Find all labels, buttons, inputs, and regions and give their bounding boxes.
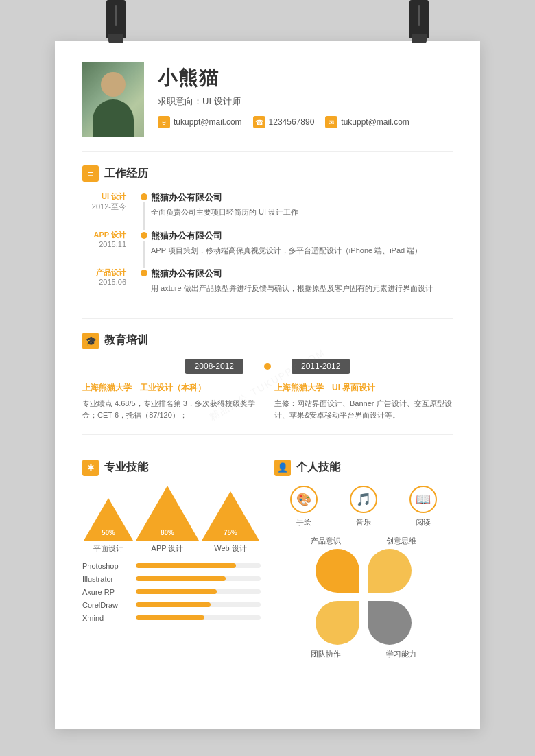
- skill-label-1: Photoshop: [82, 562, 130, 570]
- clip-left: [106, 0, 126, 38]
- triangle-row: 50% 平面设计 80% APP 设计 75: [82, 486, 261, 554]
- edu-school-row-1: 上海熊猫大学 工业设计（本科）: [82, 382, 261, 394]
- skill-label-2: Illustrator: [82, 575, 130, 583]
- triangle-label-1: 50%: [102, 529, 115, 536]
- skill-label-4: CorelDraw: [82, 601, 130, 609]
- work-date-3: 2015.06: [82, 278, 126, 286]
- timeline-left-2: APP 设计 2015.11: [82, 230, 137, 268]
- skill-bar-bg-1: [136, 563, 261, 568]
- personal-label-1: 手绘: [296, 517, 311, 528]
- petal-top-labels: 产品意识 创意思维: [295, 536, 432, 546]
- edu-major-2: UI 界面设计: [332, 382, 375, 394]
- edu-school-row-2: 上海熊猫大学 UI 界面设计: [274, 382, 453, 394]
- skills-icon: ✱: [82, 460, 99, 476]
- triangle-label-2: 80%: [160, 529, 174, 536]
- timeline-center-1: [137, 191, 151, 230]
- timeline-dot-3: [141, 270, 147, 276]
- triangle-wrap-3: 75%: [202, 491, 259, 541]
- edu-cols: 上海熊猫大学 工业设计（本科） 专业绩点 4.68/5，专业排名第 3，多次获得…: [82, 382, 453, 422]
- page-wrapper: 精品办公 TUKUPPT.COM 小熊猫 求职意向：UI 设计师 e tukup…: [0, 0, 535, 756]
- work-company-3: 熊猫办公有限公司: [151, 268, 453, 280]
- work-company-1: 熊猫办公有限公司: [151, 191, 453, 204]
- petal-topleft: [316, 549, 359, 593]
- header: 小熊猫 求职意向：UI 设计师 e tukuppt@mail.com ☎ 123…: [82, 62, 453, 137]
- skill-bar-bg-2: [136, 576, 261, 581]
- triangle-name-1: 平面设计: [93, 543, 123, 554]
- header-divider: [82, 151, 453, 152]
- timeline-line-1: [143, 202, 145, 230]
- edu-timeline-row: 2008-2012 2011-2012: [82, 359, 453, 374]
- petal-label-bl2: 团队协作: [295, 649, 357, 659]
- timeline-center-2: [137, 230, 151, 268]
- skill-bar-bg-3: [136, 589, 261, 594]
- edu-col-1: 上海熊猫大学 工业设计（本科） 专业绩点 4.68/5，专业排名第 3，多次获得…: [82, 382, 261, 422]
- work-icon: ≡: [82, 165, 99, 182]
- skill-bar-row-2: Illustrator: [82, 575, 261, 583]
- triangle-item-3: 75% Web 设计: [202, 491, 259, 554]
- triangle-name-2: APP 设计: [152, 543, 184, 554]
- personal-icon: 👤: [274, 460, 291, 476]
- skill-bar-bg-5: [136, 615, 261, 620]
- work-desc-3: 用 axture 做出产品原型并进行反馈与确认，根据原型及客户固有的元素进行界面…: [151, 283, 453, 295]
- avatar: [82, 62, 144, 137]
- email2-icon: ✉: [325, 116, 337, 128]
- skill-bar-row-1: Photoshop: [82, 562, 261, 570]
- skill-bar-fill-4: [136, 602, 211, 607]
- skills-col: ✱ 专业技能 50% 平面设计 80%: [82, 446, 261, 659]
- work-desc-2: APP 项目策划，移动端高保真视觉设计，多平台适配设计（iPhone 端、iPa…: [151, 245, 453, 257]
- edu-section-header: 🎓 教育培训: [82, 333, 453, 349]
- triangle-item-1: 50% 平面设计: [84, 498, 133, 554]
- email-icon: e: [158, 116, 170, 128]
- personal-icons: 🎨 手绘 🎵 音乐 📖 阅读: [274, 486, 453, 528]
- personal-icon-item-2: 🎵 音乐: [350, 486, 377, 528]
- triangle-item-2: 80% APP 设计: [136, 486, 199, 554]
- timeline-left-1: UI 设计 2012-至今: [82, 191, 137, 230]
- edu-icon: 🎓: [82, 333, 99, 349]
- skills-title: 专业技能: [104, 460, 148, 475]
- skill-bar-fill-1: [136, 563, 236, 568]
- phone-icon: ☎: [253, 116, 265, 128]
- work-date-title-3: 产品设计: [82, 268, 126, 278]
- work-section: ≡ 工作经历 UI 设计 2012-至今 熊猫办公有限公司 全面负责公司主要项目…: [82, 165, 453, 306]
- resume-paper: 精品办公 TUKUPPT.COM 小熊猫 求职意向：UI 设计师 e tukup…: [55, 41, 480, 729]
- timeline-right-3: 熊猫办公有限公司 用 axture 做出产品原型并进行反馈与确认，根据原型及客户…: [151, 268, 453, 306]
- edu-divider: [82, 434, 453, 435]
- edu-school-2: 上海熊猫大学: [274, 382, 324, 394]
- skill-bar-row-4: CorelDraw: [82, 601, 261, 609]
- skill-bar-fill-3: [136, 589, 217, 594]
- skill-bars: Photoshop Illustrator Axure RP: [82, 562, 261, 622]
- triangle-label-3: 75%: [224, 529, 237, 536]
- bottom-cols: ✱ 专业技能 50% 平面设计 80%: [82, 446, 453, 659]
- personal-section-header: 👤 个人技能: [274, 460, 453, 476]
- job-title: 求职意向：UI 设计师: [158, 95, 453, 108]
- edu-desc-2: 主修：网站界面设计、Banner 广告设计、交互原型设计、苹果&安卓移动平台界面…: [274, 398, 453, 422]
- work-date-2: 2015.11: [82, 240, 126, 248]
- work-date-title-2: APP 设计: [82, 230, 126, 240]
- edu-year1: 2008-2012: [185, 359, 243, 374]
- work-date-1: 2012-至今: [82, 202, 126, 212]
- edu-year2: 2011-2012: [292, 359, 350, 374]
- edu-major-1: 工业设计（本科）: [140, 382, 206, 394]
- read-icon: 📖: [409, 486, 437, 513]
- personal-label-2: 音乐: [356, 517, 371, 528]
- work-item-3: 产品设计 2015.06 熊猫办公有限公司 用 axture 做出产品原型并进行…: [82, 268, 453, 306]
- petal-bottomleft: [316, 601, 359, 645]
- petal-topright: [368, 549, 412, 593]
- contact-row: e tukuppt@mail.com ☎ 1234567890 ✉ tukupp…: [158, 116, 453, 128]
- skill-bar-fill-2: [136, 576, 226, 581]
- header-info: 小熊猫 求职意向：UI 设计师 e tukuppt@mail.com ☎ 123…: [158, 62, 453, 128]
- timeline-right-2: 熊猫办公有限公司 APP 项目策划，移动端高保真视觉设计，多平台适配设计（iPh…: [151, 230, 453, 268]
- flower-area: [316, 549, 412, 645]
- personal-label-3: 阅读: [416, 517, 431, 528]
- name: 小熊猫: [158, 65, 453, 91]
- work-title: 工作经历: [104, 167, 148, 181]
- work-section-header: ≡ 工作经历: [82, 165, 453, 182]
- hand-draw-icon: 🎨: [290, 486, 318, 513]
- work-divider: [82, 318, 453, 319]
- skill-bar-fill-5: [136, 615, 204, 620]
- timeline-dot-1: [141, 193, 147, 200]
- work-desc-1: 全面负责公司主要项目轻简历的 UI 设计工作: [151, 206, 453, 219]
- skill-bar-row-3: Axure RP: [82, 588, 261, 596]
- work-item-2: APP 设计 2015.11 熊猫办公有限公司 APP 项目策划，移动端高保真视…: [82, 230, 453, 268]
- triangle-wrap-1: 50%: [84, 498, 133, 541]
